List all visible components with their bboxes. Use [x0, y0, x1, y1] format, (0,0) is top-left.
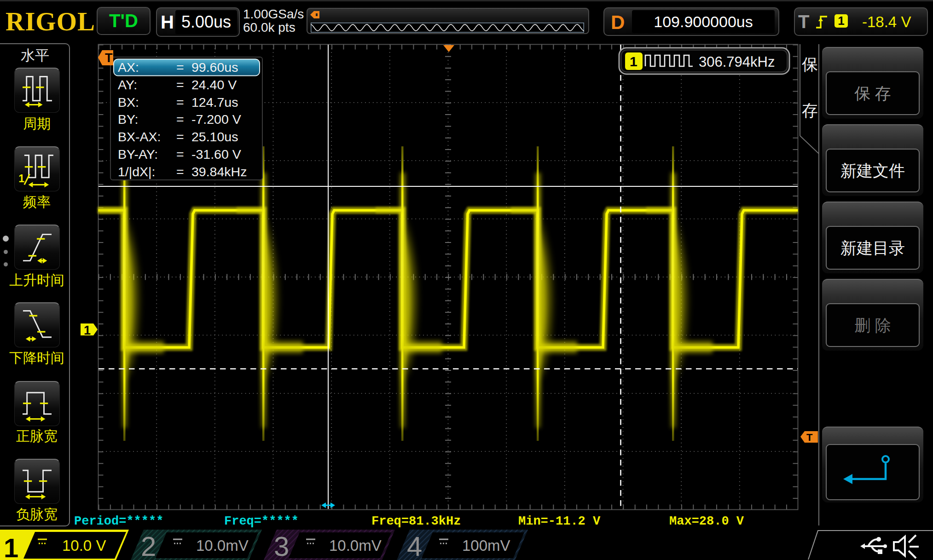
svg-text:=: =: [176, 129, 184, 144]
svg-text:=: =: [176, 95, 184, 110]
svg-text:100mV: 100mV: [462, 537, 510, 554]
svg-text:BY-AY:: BY-AY:: [118, 147, 158, 162]
svg-text:2: 2: [141, 531, 156, 560]
svg-text:39.84kHz: 39.84kHz: [191, 164, 247, 179]
svg-text:1/|dX|:: 1/|dX|:: [118, 164, 155, 179]
svg-text:-7.200 V: -7.200 V: [191, 112, 241, 127]
svg-text:10.0 V: 10.0 V: [62, 537, 106, 554]
svg-text:T: T: [806, 432, 813, 443]
svg-text:1: 1: [4, 533, 18, 560]
svg-text:=: =: [176, 147, 184, 162]
svg-text:306.794kHz: 306.794kHz: [699, 54, 775, 70]
svg-text:AY:: AY:: [118, 77, 137, 92]
svg-text:10.0mV: 10.0mV: [329, 537, 382, 554]
svg-text:99.60us: 99.60us: [191, 60, 238, 75]
svg-text:3: 3: [274, 531, 289, 560]
svg-text:存: 存: [802, 101, 818, 119]
svg-text:124.7us: 124.7us: [191, 95, 238, 110]
svg-text:BX-AX:: BX-AX:: [118, 129, 161, 144]
svg-text:1: 1: [630, 54, 637, 69]
svg-text:AX:: AX:: [118, 60, 139, 75]
svg-text:-31.60 V: -31.60 V: [191, 147, 241, 162]
svg-text:BY:: BY:: [118, 112, 138, 127]
svg-text:T: T: [105, 51, 113, 65]
svg-text:Min=-11.2 V: Min=-11.2 V: [518, 514, 601, 528]
svg-text:Freq=81.3kHz: Freq=81.3kHz: [371, 514, 461, 528]
svg-text:24.40 V: 24.40 V: [191, 77, 237, 92]
svg-text:Freq=*****: Freq=*****: [224, 514, 299, 528]
svg-text:BX:: BX:: [118, 95, 139, 110]
svg-text:1: 1: [84, 323, 91, 337]
svg-text:10.0mV: 10.0mV: [196, 537, 249, 554]
svg-text:25.10us: 25.10us: [191, 129, 238, 144]
svg-text:=: =: [176, 164, 184, 179]
svg-text:4: 4: [407, 531, 422, 560]
svg-text:Period=*****: Period=*****: [74, 514, 163, 528]
svg-text:Max=28.0 V: Max=28.0 V: [669, 514, 744, 528]
svg-text:=: =: [176, 60, 184, 75]
svg-text:=: =: [176, 77, 184, 92]
svg-text:=: =: [176, 112, 184, 127]
svg-text:保: 保: [802, 55, 818, 73]
